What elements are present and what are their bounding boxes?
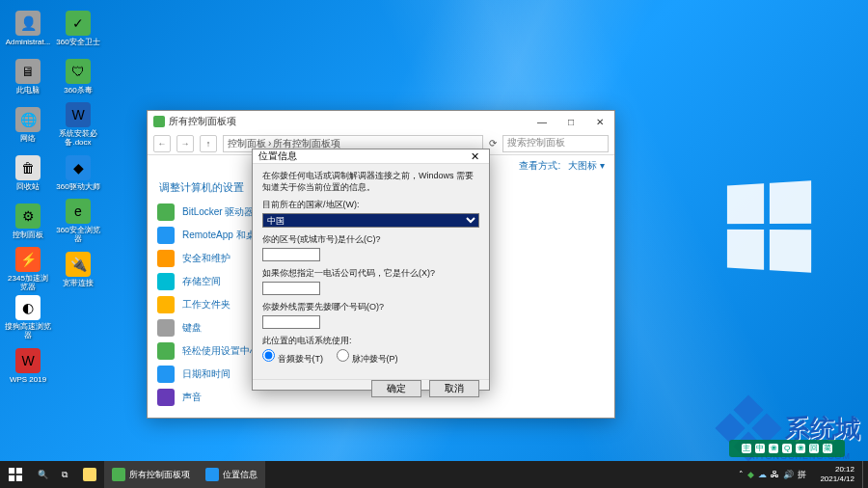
desktop-icon[interactable]: ⚙控制面板 xyxy=(4,197,52,243)
country-label: 目前所在的国家/地区(W): xyxy=(262,199,479,211)
app-icon: ⚡ xyxy=(15,247,41,272)
dialog-icon xyxy=(205,468,219,481)
system-tray[interactable]: ˄ ◆ ☁ 🖧 🔊 拼 xyxy=(733,469,812,481)
desktop-icon[interactable]: 🗑回收站 xyxy=(4,149,52,195)
folder-icon xyxy=(83,468,96,481)
taskbar-search-button[interactable]: 🔍 xyxy=(31,461,54,488)
desktop-icon[interactable]: ◆360驱动大师 xyxy=(54,149,102,195)
dialog-titlebar[interactable]: 位置信息 ✕ xyxy=(253,149,489,164)
desktop-icon-label: 搜狗高速浏览器 xyxy=(5,322,51,339)
app-icon: 🛡 xyxy=(66,59,91,84)
desktop-icon-label: 回收站 xyxy=(16,182,40,191)
taskbar-clock[interactable]: 20:12 2021/4/12 xyxy=(812,465,862,484)
desktop-icon-label: 网络 xyxy=(20,134,36,143)
dialog-button-row: 确定 取消 xyxy=(253,379,489,397)
country-select[interactable]: 中国 xyxy=(262,213,479,228)
dialog-intro-text: 在你拨任何电话或调制解调器连接之前，Windows 需要知道关于你当前位置的信息… xyxy=(262,170,479,193)
start-button[interactable] xyxy=(0,461,31,488)
taskbar-item-location-dialog[interactable]: 位置信息 xyxy=(198,461,265,488)
app-icon: ◐ xyxy=(15,295,41,320)
svg-rect-0 xyxy=(9,468,14,474)
app-icon: ⚙ xyxy=(15,203,41,229)
taskbar-item-label: 所有控制面板项 xyxy=(129,469,190,481)
nav-up-button[interactable]: ↑ xyxy=(200,135,217,152)
pulse-radio-label[interactable]: 脉冲拨号(P) xyxy=(337,349,398,366)
app-icon: 🔌 xyxy=(66,252,91,277)
ok-button[interactable]: 确定 xyxy=(371,380,421,397)
ime-badge-glyph: 回 xyxy=(809,444,819,453)
svg-rect-1 xyxy=(16,468,22,474)
tray-network-icon[interactable]: 🖧 xyxy=(771,470,779,479)
app-icon: e xyxy=(66,199,91,224)
outside-line-input[interactable] xyxy=(262,315,320,329)
taskbar-item-label: 位置信息 xyxy=(223,469,258,481)
close-button[interactable]: ✕ xyxy=(585,111,614,132)
window-title: 所有控制面板项 xyxy=(169,115,236,128)
breadcrumb-sep: › xyxy=(268,138,271,149)
dialog-close-button[interactable]: ✕ xyxy=(460,150,489,163)
tray-ime-icon[interactable]: 拼 xyxy=(798,469,806,481)
tray-onedrive-icon[interactable]: ☁ xyxy=(758,470,767,479)
desktop-icon[interactable]: W系统安装必备.docx xyxy=(54,100,102,147)
nav-forward-button[interactable]: → xyxy=(176,135,194,152)
search-input[interactable]: 搜索控制面板 xyxy=(502,135,609,152)
desktop-icon[interactable]: e360安全浏览器 xyxy=(54,197,102,243)
desktop-icon[interactable]: WWPS 2019 xyxy=(4,341,52,388)
item-icon xyxy=(157,227,175,244)
pulse-radio[interactable] xyxy=(337,349,349,362)
cancel-button[interactable]: 取消 xyxy=(429,380,479,397)
tone-radio-label[interactable]: 音频拨号(T) xyxy=(262,349,323,366)
desktop-icon-label: Administrat... xyxy=(6,38,51,46)
item-label: 日期和时间 xyxy=(182,367,231,381)
tray-security-icon[interactable]: ◆ xyxy=(747,470,754,479)
clock-time: 20:12 xyxy=(820,465,854,474)
item-label: 声音 xyxy=(182,391,202,404)
outside-line-label: 你拨外线需要先拨哪个号码(O)? xyxy=(262,301,479,313)
item-icon xyxy=(157,273,175,290)
desktop-icon[interactable]: 👤Administrat... xyxy=(4,4,52,50)
desktop-icon[interactable]: 🛡360杀毒 xyxy=(54,52,102,98)
item-icon xyxy=(157,366,175,383)
carrier-code-input[interactable] xyxy=(262,282,320,295)
view-mode-dropdown[interactable]: 大图标 ▾ xyxy=(568,159,605,173)
desktop-icon[interactable]: 🖥此电脑 xyxy=(4,52,52,98)
refresh-icon[interactable]: ⟳ xyxy=(489,138,497,149)
app-icon: W xyxy=(66,102,91,127)
minimize-button[interactable]: — xyxy=(528,111,556,132)
clock-date: 2021/4/12 xyxy=(820,474,854,484)
desktop-icon-label: 360安全卫士 xyxy=(56,38,99,46)
app-icon: ✓ xyxy=(66,11,91,36)
desktop-icon[interactable]: ⚡2345加速浏览器 xyxy=(4,245,52,291)
ime-badge: 主中❀Q❀回菜 xyxy=(729,440,845,457)
app-icon: 🖥 xyxy=(15,59,41,84)
desktop-icon[interactable]: 🌐网络 xyxy=(4,100,52,147)
item-label: 键盘 xyxy=(182,321,202,335)
nav-back-button[interactable]: ← xyxy=(153,135,171,152)
tone-radio[interactable] xyxy=(262,349,275,362)
maximize-button[interactable]: □ xyxy=(556,111,585,132)
task-view-button[interactable]: ⧉ xyxy=(54,461,75,488)
desktop-icon-label: 2345加速浏览器 xyxy=(5,274,51,291)
desktop-icon-label: 系统安装必备.docx xyxy=(55,129,101,147)
taskbar-item-control-panel[interactable]: 所有控制面板项 xyxy=(104,461,198,488)
item-label: 工作文件夹 xyxy=(182,298,231,312)
area-code-input[interactable] xyxy=(262,248,320,261)
desktop-icon[interactable]: ✓360安全卫士 xyxy=(54,4,102,50)
svg-rect-3 xyxy=(16,475,22,481)
item-icon xyxy=(157,250,175,267)
show-desktop-button[interactable] xyxy=(862,461,868,488)
desktop-icon-label: 此电脑 xyxy=(16,86,40,95)
window-titlebar[interactable]: 所有控制面板项 — □ ✕ xyxy=(148,111,614,132)
tray-up-icon[interactable]: ˄ xyxy=(739,470,744,479)
desktop-icon[interactable]: ◐搜狗高速浏览器 xyxy=(4,293,52,339)
item-icon xyxy=(157,342,175,360)
desktop-icon-label: 控制面板 xyxy=(13,230,43,239)
view-label: 查看方式: xyxy=(519,159,560,173)
file-explorer-taskbar-icon[interactable] xyxy=(75,461,104,488)
desktop-icon[interactable]: 🔌宽带连接 xyxy=(54,245,102,291)
desktop-icon-label: 360驱动大师 xyxy=(56,182,99,191)
tray-volume-icon[interactable]: 🔊 xyxy=(783,470,794,479)
desktop-icon-label: 360安全浏览器 xyxy=(55,226,101,243)
app-icon: 👤 xyxy=(15,11,41,36)
desktop-icon-label: 宽带连接 xyxy=(63,279,94,287)
